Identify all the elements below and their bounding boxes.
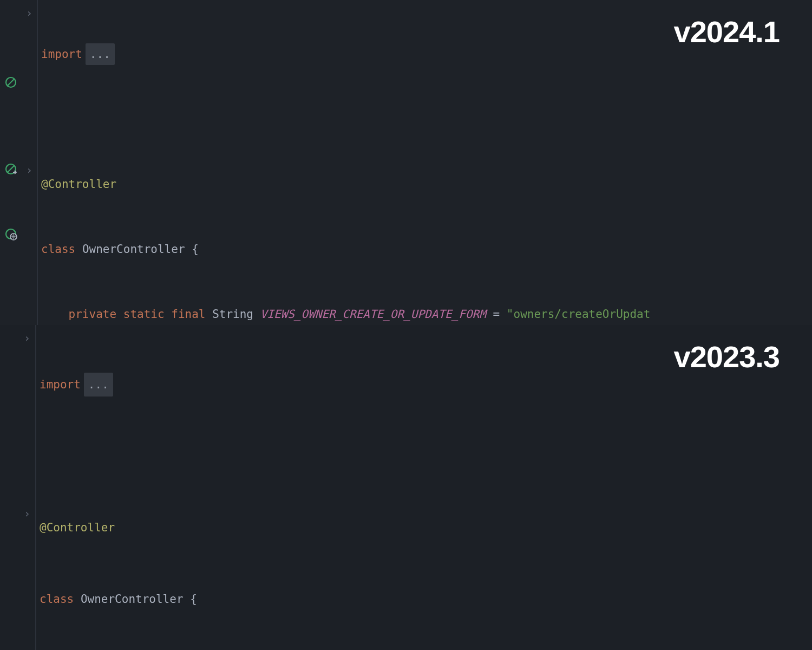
code-line[interactable] [40,444,812,468]
blocked-arrow-icon[interactable] [4,162,17,176]
code-line[interactable]: @Controller [41,173,812,195]
gutter-top: › › [0,0,39,325]
fold-arrow-icon[interactable]: › [24,507,30,520]
code-line[interactable]: @Controller [40,516,812,540]
fold-arrow-icon[interactable]: › [24,332,30,344]
version-label-bottom: v2023.3 [674,339,780,374]
fold-arrow-icon[interactable]: › [26,6,32,20]
code-line[interactable] [41,108,812,130]
editor-panel-bottom: v2023.3 › › import... @Controller class … [0,325,812,650]
code-line[interactable]: private static final String VIEWS_OWNER_… [41,303,812,325]
code-line[interactable]: import... [40,373,812,396]
svg-line-1 [8,79,14,86]
gutter-bottom: › › [0,325,39,650]
gutter-border [37,0,38,325]
svg-line-3 [8,166,14,172]
gutter-border [35,325,36,650]
version-label-top: v2024.1 [674,14,780,49]
fold-arrow-icon[interactable]: › [26,164,32,177]
code-line[interactable]: class OwnerController { [41,238,812,260]
folded-region[interactable]: ... [84,373,113,396]
folded-region[interactable]: ... [86,43,115,65]
web-icon[interactable] [4,227,17,240]
editor-panel-top: v2024.1 › › import... @Controller class … [0,0,812,325]
code-line[interactable]: class OwnerController { [40,587,812,611]
blocked-icon[interactable] [4,76,17,89]
